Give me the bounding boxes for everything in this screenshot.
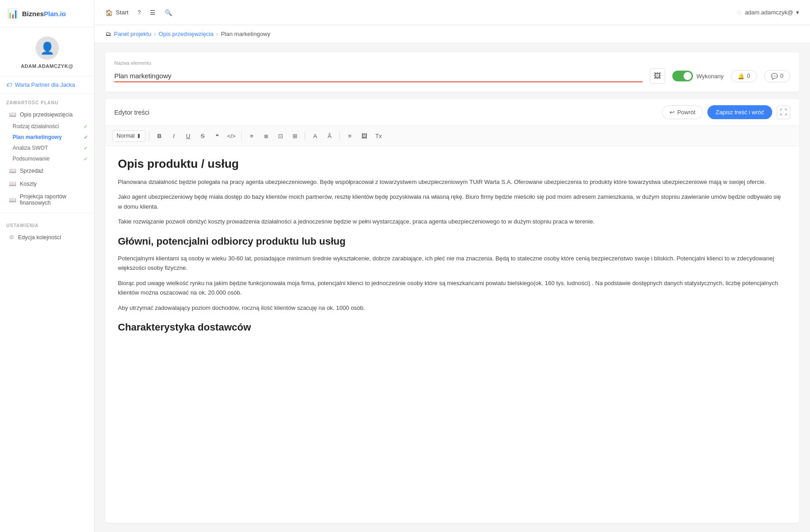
sidebar-sub-item-swot-label: Analiza SWOT xyxy=(13,145,48,151)
comment-count: 0 xyxy=(747,73,750,79)
sidebar-project[interactable]: 🏷 Warta Partner dla Jacka xyxy=(0,76,94,94)
breadcrumb-sep2: › xyxy=(216,31,218,37)
sidebar-item-sprzedaz-label: Sprzedaż xyxy=(20,168,44,174)
indent-button[interactable]: ⊡ xyxy=(274,130,287,142)
sidebar: 📊 BiznesPlan.io 👤 ADAM.ADAMCZYK@ 🏷 Warta… xyxy=(0,0,94,532)
sidebar-sub-item-rodzaj-label: Rodzaj działalności xyxy=(13,123,59,130)
attachment-badge[interactable]: 💬 0 xyxy=(764,70,790,82)
toggle-text: Wykonany xyxy=(697,73,724,80)
sidebar-sub-item-swot[interactable]: Analiza SWOT ✓ xyxy=(0,143,94,153)
toolbar-sep4 xyxy=(339,131,340,140)
home-icon: 🏠 xyxy=(105,9,113,16)
project-link[interactable]: 🏷 Warta Partner dla Jacka xyxy=(6,82,88,88)
search-nav[interactable]: 🔍 xyxy=(165,9,172,16)
breadcrumb-current: Plan marketingowy xyxy=(221,31,270,37)
toolbar-sep1 xyxy=(149,131,149,140)
koszty-icon: 📖 xyxy=(9,180,16,187)
outdent-button[interactable]: ⊞ xyxy=(288,130,301,142)
breadcrumb-sep1: › xyxy=(154,31,156,37)
sidebar-item-projekcja-label: Projekcja raportów finansowych xyxy=(20,193,88,206)
editor-h1-1: Opis produktu / usług xyxy=(118,157,787,171)
comment-badge[interactable]: 🔔 0 xyxy=(731,70,757,82)
strikethrough-button[interactable]: S xyxy=(196,130,209,142)
help-icon: ? xyxy=(138,9,141,16)
comment-icon: 🔔 xyxy=(738,73,745,80)
unordered-list-button[interactable]: ≣ xyxy=(260,130,272,142)
sprzedaz-icon: 📖 xyxy=(9,167,16,174)
element-name-label: Nazwa elementu xyxy=(114,60,790,66)
search-icon: 🔍 xyxy=(165,9,172,16)
sidebar-item-edycja-label: Edycja kolejności xyxy=(18,234,61,241)
clear-format-button[interactable]: Tx xyxy=(372,130,385,142)
chevron-down-icon: ⬍ xyxy=(136,133,141,139)
sidebar-item-koszty-label: Koszty xyxy=(20,181,37,187)
element-name-card: Nazwa elementu 🖼 Wykonany 🔔 0 xyxy=(105,52,799,92)
editor-body[interactable]: Opis produktu / usług Planowana działaln… xyxy=(105,146,799,523)
check-icon-podsumowanie: ✓ xyxy=(84,156,88,162)
editor-actions: ↩ Powrót Zapisz treść i wróć ⛶ xyxy=(662,105,790,119)
editor-p2: Jako agent ubezpieczeniowy będę miała do… xyxy=(118,192,787,211)
color-button[interactable]: A xyxy=(309,130,321,142)
sidebar-sub-item-rodzaj[interactable]: Rodzaj działalności ✓ xyxy=(0,121,94,132)
breadcrumb-opis[interactable]: Opis przedsięwzięcia xyxy=(158,31,213,37)
book-icon: 📖 xyxy=(9,111,16,118)
style-select[interactable]: Normal ⬍ xyxy=(112,130,145,142)
attachment-count: 0 xyxy=(780,73,783,79)
sidebar-sub-item-podsumowanie[interactable]: Podsumowanie ✓ xyxy=(0,153,94,164)
element-name-icons: 🖼 xyxy=(650,68,665,84)
editor-h2-1: Główni, potencjalni odbiorcy produktu lu… xyxy=(118,236,787,247)
undo-icon: ↩ xyxy=(670,109,675,116)
editor-p5: Biorąc pod uwagę wielkość rynku na jakim… xyxy=(118,278,787,298)
blockquote-button[interactable]: ❝ xyxy=(211,130,223,142)
user-name: ADAM.ADAMCZYK@ xyxy=(21,63,73,69)
start-label: Start xyxy=(116,9,129,16)
page-content: Nazwa elementu 🖼 Wykonany 🔔 0 xyxy=(94,43,810,532)
logo-icon: 📊 xyxy=(7,8,18,19)
breadcrumb-panel[interactable]: Panel projektu xyxy=(114,31,151,37)
underline-button[interactable]: U xyxy=(182,130,194,142)
check-icon-swot: ✓ xyxy=(84,145,88,151)
edycja-icon: ⚙ xyxy=(9,234,14,241)
breadcrumb: 🗂 Panel projektu › Opis przedsięwzięcia … xyxy=(94,25,810,43)
style-select-label: Normal xyxy=(117,133,135,139)
panel-icon: 🗂 xyxy=(105,31,111,37)
dropdown-icon: ▾ xyxy=(796,9,799,16)
expand-button[interactable]: ⛶ xyxy=(777,106,790,119)
element-name-row: 🖼 Wykonany 🔔 0 💬 0 xyxy=(114,68,790,84)
image-button[interactable]: 🖼 xyxy=(358,130,370,142)
ordered-list-button[interactable]: ≡ xyxy=(245,130,258,142)
save-button[interactable]: Zapisz treść i wróć xyxy=(707,105,772,119)
editor-p4: Potencjalnymi klientami są osoby w wieku… xyxy=(118,254,787,273)
sidebar-item-projekcja[interactable]: 📖 Projekcja raportów finansowych xyxy=(0,190,94,209)
editor-p6: Aby utrzymać zadowalający poziom dochodó… xyxy=(118,303,787,313)
avatar: 👤 xyxy=(36,36,59,60)
start-nav[interactable]: 🏠 Start xyxy=(105,9,129,16)
highlight-button[interactable]: Ã xyxy=(323,130,336,142)
editor-header: Edytor treści ↩ Powrót Zapisz treść i wr… xyxy=(105,99,799,126)
element-name-input[interactable] xyxy=(114,70,643,82)
sidebar-item-edycja[interactable]: ⚙ Edycja kolejności xyxy=(0,231,94,244)
editor-title: Edytor treści xyxy=(114,109,149,116)
powrot-button[interactable]: ↩ Powrót xyxy=(662,105,703,119)
topbar-left: 🏠 Start ? ☰ 🔍 xyxy=(105,9,172,16)
sidebar-sub-item-plan[interactable]: Plan marketingowy ✓ xyxy=(0,132,94,143)
bold-button[interactable]: B xyxy=(153,130,166,142)
italic-button[interactable]: I xyxy=(167,130,180,142)
code-button[interactable]: </> xyxy=(225,130,238,142)
sidebar-divider xyxy=(0,213,94,213)
editor-p3: Takie rozwiązanie pozwoli obniżyć koszty… xyxy=(118,217,787,226)
element-image-button[interactable]: 🖼 xyxy=(650,68,665,84)
toolbar-sep3 xyxy=(305,131,305,140)
menu-nav[interactable]: ☰ xyxy=(150,9,156,16)
logo-text: BiznesPlan.io xyxy=(22,10,66,18)
sidebar-item-opis-label: Opis przedsięwzięcia xyxy=(20,112,72,118)
executed-toggle[interactable] xyxy=(672,71,693,81)
menu-icon: ☰ xyxy=(150,9,156,16)
help-nav[interactable]: ? xyxy=(138,9,141,16)
topbar: 🏠 Start ? ☰ 🔍 ☆ adam.adamczyk@ ▾ xyxy=(94,0,810,25)
align-button[interactable]: ≡ xyxy=(343,130,356,142)
sidebar-item-sprzedaz[interactable]: 📖 Sprzedaż xyxy=(0,164,94,177)
sidebar-item-koszty[interactable]: 📖 Koszty xyxy=(0,177,94,190)
topbar-right[interactable]: ☆ adam.adamczyk@ ▾ xyxy=(736,9,799,17)
sidebar-item-opis[interactable]: 📖 Opis przedsięwzięcia xyxy=(0,108,94,121)
